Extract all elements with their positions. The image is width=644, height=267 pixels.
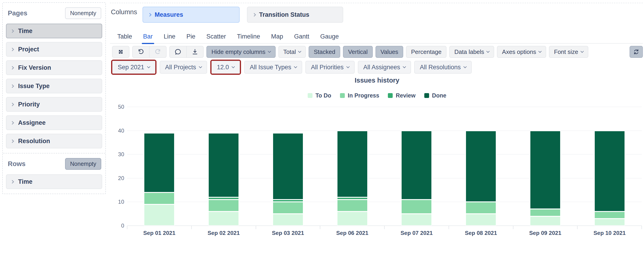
tab-gantt[interactable]: Gantt	[294, 32, 310, 43]
bar-segment-sep-10-2021-to-do[interactable]	[594, 219, 625, 226]
gridline	[127, 154, 642, 155]
bar-segment-sep-10-2021-in-progress[interactable]	[594, 211, 625, 219]
tab-pie[interactable]: Pie	[186, 32, 196, 43]
bar-segment-sep-06-2021-done[interactable]	[337, 131, 368, 197]
filter-fix-version-12[interactable]: 12.0	[212, 61, 240, 74]
columns-chip-transition-status[interactable]: Transition Status	[247, 7, 343, 23]
row-dimension-time[interactable]: Time	[6, 174, 102, 189]
y-axis-tick-label: 30	[110, 151, 124, 158]
filter-all-issue-types[interactable]: All Issue Types	[244, 61, 302, 74]
data-labels-button[interactable]: Data labels	[449, 46, 494, 58]
tab-line[interactable]: Line	[163, 32, 176, 43]
page-filter-priority[interactable]: Priority	[6, 97, 102, 112]
legend-label: To Do	[316, 92, 331, 99]
legend-label: Done	[432, 92, 446, 99]
bar-segment-sep-07-2021-to-do[interactable]	[401, 214, 432, 226]
comment-button[interactable]	[169, 46, 187, 58]
filter-time-sep-2021[interactable]: Sep 2021	[112, 61, 155, 74]
bar-segment-sep-06-2021-review[interactable]	[337, 197, 368, 200]
bar-segment-sep-02-2021-to-do[interactable]	[208, 211, 239, 226]
tab-timeline[interactable]: Timeline	[236, 32, 260, 43]
chart-type-tabs: Table Bar Line Pie Scatter Timeline Map …	[110, 32, 643, 44]
legend-item-to-do[interactable]: To Do	[308, 92, 331, 99]
legend-item-done[interactable]: Done	[424, 92, 446, 99]
redo-button[interactable]	[149, 46, 166, 58]
legend-item-in-progress[interactable]: In Progress	[340, 92, 380, 99]
legend-swatch	[308, 93, 312, 98]
page-filter-assignee[interactable]: Assignee	[6, 115, 102, 130]
bar-segment-sep-09-2021-to-do[interactable]	[530, 216, 560, 226]
filter-all-projects[interactable]: All Projects	[160, 61, 207, 74]
legend-item-review[interactable]: Review	[388, 92, 415, 99]
bar-segment-sep-03-2021-done[interactable]	[273, 133, 303, 200]
undo-redo-group	[132, 46, 166, 58]
tab-scatter[interactable]: Scatter	[206, 32, 226, 43]
columns-chip-measures[interactable]: Measures	[142, 7, 240, 23]
bar-segment-sep-08-2021-to-do[interactable]	[466, 214, 496, 226]
tab-map[interactable]: Map	[270, 32, 284, 43]
x-axis-tick	[577, 226, 578, 229]
bar-segment-sep-06-2021-to-do[interactable]	[337, 211, 368, 226]
expand-button[interactable]	[112, 46, 130, 58]
rows-nonempty-button[interactable]: Nonempty	[65, 158, 101, 170]
bar-segment-sep-08-2021-in-progress[interactable]	[466, 202, 496, 214]
columns-drop-zone: Columns Measures Transition Status	[110, 3, 643, 26]
bar-segment-sep-07-2021-in-progress[interactable]	[401, 200, 432, 214]
undo-icon	[137, 48, 144, 56]
page-filter-project[interactable]: Project	[6, 42, 102, 57]
x-axis-category-label: Sep 03 2021	[256, 230, 320, 236]
tab-bar[interactable]: Bar	[143, 32, 153, 43]
vertical-button[interactable]: Vertical	[343, 46, 372, 58]
filter-all-resolutions[interactable]: All Resolutions	[414, 61, 472, 74]
bar-segment-sep-06-2021-in-progress[interactable]	[337, 200, 368, 211]
filter-all-priorities[interactable]: All Priorities	[306, 61, 355, 74]
download-icon	[191, 48, 199, 56]
chevron-down-icon	[294, 65, 297, 68]
tab-gauge[interactable]: Gauge	[320, 32, 339, 43]
page-filter-time[interactable]: Time	[6, 24, 102, 38]
bar-segment-sep-03-2021-to-do[interactable]	[273, 214, 303, 226]
font-size-button[interactable]: Font size	[549, 46, 588, 58]
bar-segment-sep-08-2021-done[interactable]	[466, 131, 496, 202]
chevron-down-icon	[464, 65, 467, 68]
total-button[interactable]: Total	[278, 46, 306, 58]
bar-segment-sep-01-2021-to-do[interactable]	[144, 204, 174, 226]
plot-area	[127, 107, 642, 226]
stacked-button[interactable]: Stacked	[308, 46, 340, 58]
refresh-button[interactable]	[630, 46, 643, 58]
y-axis-tick-label: 0	[110, 222, 124, 229]
bar-segment-sep-02-2021-done[interactable]	[208, 133, 239, 197]
bar-segment-sep-09-2021-done[interactable]	[530, 131, 560, 209]
pages-nonempty-button[interactable]: Nonempty	[65, 7, 101, 19]
chevron-down-icon	[346, 65, 350, 68]
page-filter-issue-type[interactable]: Issue Type	[6, 79, 102, 93]
bar-segment-sep-01-2021-done[interactable]	[144, 133, 174, 192]
bar-segment-sep-07-2021-done[interactable]	[401, 131, 432, 200]
x-axis-tick	[191, 226, 192, 229]
x-axis-tick	[127, 226, 128, 229]
values-button[interactable]: Values	[376, 46, 404, 58]
x-axis-category-label: Sep 01 2021	[127, 230, 192, 236]
expand-icon	[117, 48, 124, 56]
page-filter-fix-version[interactable]: Fix Version	[6, 60, 102, 75]
bar-segment-sep-02-2021-in-progress[interactable]	[208, 200, 239, 211]
gridline	[127, 107, 642, 107]
bar-segment-sep-03-2021-review[interactable]	[273, 200, 303, 202]
bar-segment-sep-03-2021-in-progress[interactable]	[273, 202, 303, 214]
page-filter-resolution[interactable]: Resolution	[6, 134, 102, 148]
comment-icon	[174, 48, 182, 56]
legend-label: In Progress	[348, 92, 380, 99]
percentage-button[interactable]: Percentage	[406, 46, 446, 58]
bar-segment-sep-10-2021-done[interactable]	[594, 131, 625, 211]
undo-button[interactable]	[132, 46, 150, 58]
bar-segment-sep-09-2021-in-progress[interactable]	[530, 209, 560, 216]
gridline	[127, 131, 642, 131]
bar-segment-sep-02-2021-review[interactable]	[208, 197, 239, 200]
download-button[interactable]	[186, 46, 204, 58]
chevron-down-icon	[298, 50, 301, 53]
filter-all-assignees[interactable]: All Assignees	[358, 61, 411, 74]
tab-table[interactable]: Table	[117, 32, 133, 43]
axes-options-button[interactable]: Axes options	[497, 46, 546, 58]
hide-empty-columns-button[interactable]: Hide empty columns	[206, 46, 276, 58]
bar-segment-sep-01-2021-in-progress[interactable]	[144, 192, 174, 204]
